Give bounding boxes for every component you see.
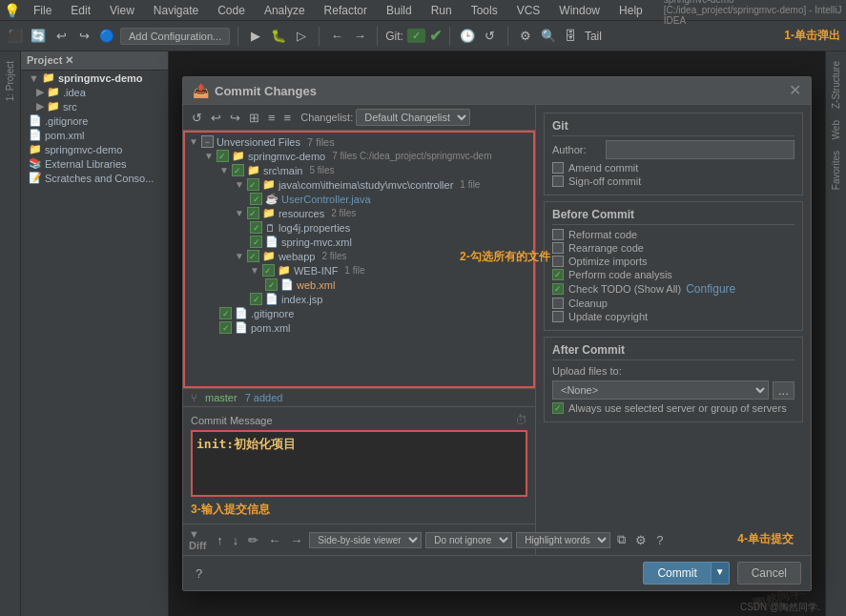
- cb-webinf[interactable]: ✓: [262, 264, 275, 277]
- diff-down-icon[interactable]: ↓: [230, 532, 242, 548]
- configure-link[interactable]: Configure: [686, 282, 735, 296]
- cb-rearrange[interactable]: [552, 242, 564, 254]
- cb-updatecopyright[interactable]: [552, 311, 564, 322]
- tree-idea[interactable]: ▶ 📁 .idea: [21, 85, 168, 99]
- footer-help-icon[interactable]: ?: [193, 565, 205, 582]
- cb-webapp[interactable]: ✓: [247, 250, 259, 262]
- cb-signoff[interactable]: [552, 175, 564, 187]
- codeanalysis-row[interactable]: ✓ Perform code analysis: [552, 269, 794, 280]
- cb-webxml[interactable]: ✓: [265, 278, 278, 291]
- settings-icon[interactable]: ⚙: [516, 27, 535, 46]
- add-configuration-button[interactable]: Add Configuration...: [120, 28, 230, 45]
- tree-extlibs[interactable]: 📚 External Libraries: [21, 156, 168, 171]
- upload-select[interactable]: <None>: [552, 380, 769, 400]
- forward-icon[interactable]: →: [350, 27, 369, 46]
- tree-scratches[interactable]: 📝 Scratches and Conso...: [21, 171, 168, 185]
- menu-navigate[interactable]: Navigate: [148, 2, 204, 19]
- debug-icon[interactable]: 🐛: [269, 27, 288, 46]
- cb-checktodo[interactable]: ✓: [552, 283, 564, 295]
- cancel-button[interactable]: Cancel: [737, 562, 801, 585]
- ft-pomxml2[interactable]: ✓ 📄 pom.xml: [185, 320, 533, 335]
- cb-unversioned[interactable]: −: [201, 135, 214, 148]
- upload-options-button[interactable]: ...: [773, 381, 794, 400]
- ft-webxml[interactable]: ✓ 📄 web.xml: [185, 277, 533, 292]
- back-icon[interactable]: ←: [327, 27, 346, 46]
- search-icon[interactable]: 🔍: [539, 27, 558, 46]
- ft-log4j[interactable]: ✓ 🗒 log4j.properties: [185, 220, 533, 235]
- cb-resources[interactable]: ✓: [247, 207, 259, 219]
- tree-module[interactable]: 📁 springmvc-demo: [21, 142, 168, 156]
- author-input[interactable]: [606, 140, 794, 159]
- cb-gitignore2[interactable]: ✓: [219, 307, 232, 319]
- ft-gitignore2[interactable]: ✓ 📄 .gitignore: [185, 306, 533, 320]
- cb-codeanalysis[interactable]: ✓: [552, 269, 564, 280]
- cb-springmvcxml[interactable]: ✓: [250, 236, 262, 248]
- db-icon[interactable]: 🗄: [562, 27, 581, 46]
- ft-controller[interactable]: ▼ ✓ 📁 java\com\itheima\study\mvc\control…: [185, 177, 533, 192]
- cb-usercontroller[interactable]: ✓: [250, 193, 262, 205]
- menu-tools[interactable]: Tools: [465, 2, 504, 19]
- amend-row[interactable]: Amend commit: [552, 162, 794, 174]
- run2-icon[interactable]: ▷: [292, 27, 311, 46]
- cb-optimize[interactable]: [552, 256, 564, 267]
- ft-springmvc-demo[interactable]: ▼ ✓ 📁 springmvc-demo 7 files C:/idea_pro…: [185, 149, 533, 163]
- indent-icon[interactable]: ≡: [265, 110, 279, 126]
- menu-code[interactable]: Code: [212, 2, 251, 19]
- ft-unversioned[interactable]: ▼ − Unversioned Files 7 files: [185, 134, 533, 149]
- menu-edit[interactable]: Edit: [65, 2, 96, 19]
- menu-build[interactable]: Build: [381, 2, 418, 19]
- menu-vcs[interactable]: VCS: [511, 2, 547, 19]
- cb-amend[interactable]: [552, 162, 564, 174]
- ft-indexjsp[interactable]: ✓ 📄 index.jsp: [185, 292, 533, 306]
- always-use-row[interactable]: ✓ Always use selected server or group of…: [552, 402, 794, 414]
- ft-srcmain[interactable]: ▼ ✓ 📁 src\main 5 files: [185, 163, 533, 177]
- git-check-icon[interactable]: ✔: [429, 27, 442, 45]
- cb-pomxml2[interactable]: ✓: [219, 321, 232, 334]
- diff-up-icon[interactable]: ↑: [214, 532, 226, 548]
- menu-analyze[interactable]: Analyze: [258, 2, 311, 19]
- cb-controller[interactable]: ✓: [247, 178, 259, 191]
- history-icon[interactable]: 🕒: [458, 27, 477, 46]
- dialog-close-button[interactable]: ✕: [789, 83, 801, 98]
- changelist-select[interactable]: Default Changelist: [356, 109, 470, 126]
- reformat-row[interactable]: Reformat code: [552, 229, 794, 240]
- menu-run[interactable]: Run: [425, 2, 458, 19]
- rearrange-row[interactable]: Rearrange code: [552, 242, 794, 254]
- commit-button[interactable]: Commit: [643, 562, 711, 585]
- ft-resources[interactable]: ▼ ✓ 📁 resources 2 files: [185, 206, 533, 220]
- run-icon[interactable]: ▶: [246, 27, 265, 46]
- diff-ignore-select[interactable]: Do not ignore: [425, 532, 512, 548]
- refresh-icon[interactable]: ↺: [189, 110, 205, 126]
- tree-src[interactable]: ▶ 📁 src: [21, 99, 168, 113]
- updatecopyright-row[interactable]: Update copyright: [552, 311, 794, 322]
- cb-reformat[interactable]: [552, 229, 564, 240]
- sidebar-favorites-tab[interactable]: Favorites: [829, 145, 843, 195]
- ft-webinf[interactable]: ▼ ✓ 📁 WEB-INF 1 file: [185, 263, 533, 277]
- tree-gitignore[interactable]: 📄 .gitignore: [21, 113, 168, 128]
- undo-icon[interactable]: ↩: [208, 110, 224, 126]
- sidebar-project-tab[interactable]: 1: Project: [3, 55, 17, 107]
- redo-icon[interactable]: ↪: [227, 110, 243, 126]
- tree-root[interactable]: ▼ 📁 springmvc-demo: [21, 71, 168, 85]
- sidebar-structure-tab[interactable]: Z-Structure: [829, 55, 843, 114]
- diff-viewer-select[interactable]: Side-by-side viewer: [309, 532, 422, 548]
- sort-icon[interactable]: ≡: [281, 110, 295, 126]
- ft-usercontroller[interactable]: ✓ ☕ UserController.java: [185, 192, 533, 206]
- menu-window[interactable]: Window: [553, 2, 606, 19]
- cb-log4j[interactable]: ✓: [250, 221, 262, 234]
- commit-dropdown-button[interactable]: ▼: [712, 562, 730, 585]
- diff-edit-icon[interactable]: ✏: [245, 532, 261, 548]
- cb-srcmain[interactable]: ✓: [232, 164, 244, 176]
- sidebar-web-tab[interactable]: Web: [829, 114, 843, 145]
- signoff-row[interactable]: Sign-off commit: [552, 175, 794, 187]
- menu-view[interactable]: View: [104, 2, 140, 19]
- cleanup-row[interactable]: Cleanup: [552, 298, 794, 309]
- optimize-row[interactable]: Optimize imports: [552, 256, 794, 267]
- tree-pom[interactable]: 📄 pom.xml: [21, 128, 168, 142]
- cb-always[interactable]: ✓: [552, 402, 564, 414]
- menu-file[interactable]: File: [28, 2, 57, 19]
- cb-cleanup[interactable]: [552, 298, 564, 309]
- cb-indexjsp[interactable]: ✓: [250, 293, 262, 305]
- diff-forward-icon[interactable]: →: [287, 532, 305, 548]
- checktodo-row[interactable]: ✓ Check TODO (Show All) Configure: [552, 282, 794, 296]
